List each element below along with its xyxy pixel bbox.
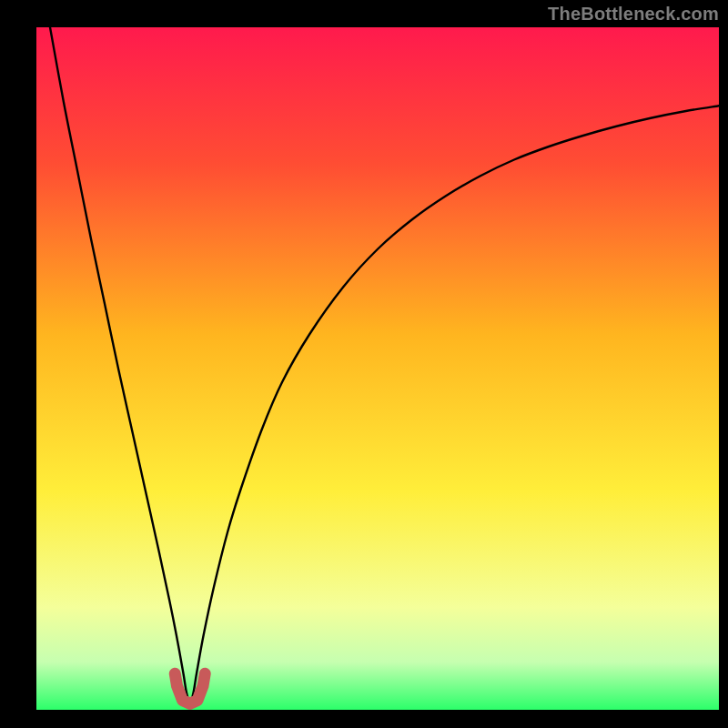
bottleneck-chart (36, 27, 719, 710)
plot-area (36, 27, 719, 710)
chart-frame: TheBottleneck.com (0, 0, 728, 728)
watermark-text: TheBottleneck.com (548, 4, 719, 25)
gradient-background (36, 27, 719, 710)
